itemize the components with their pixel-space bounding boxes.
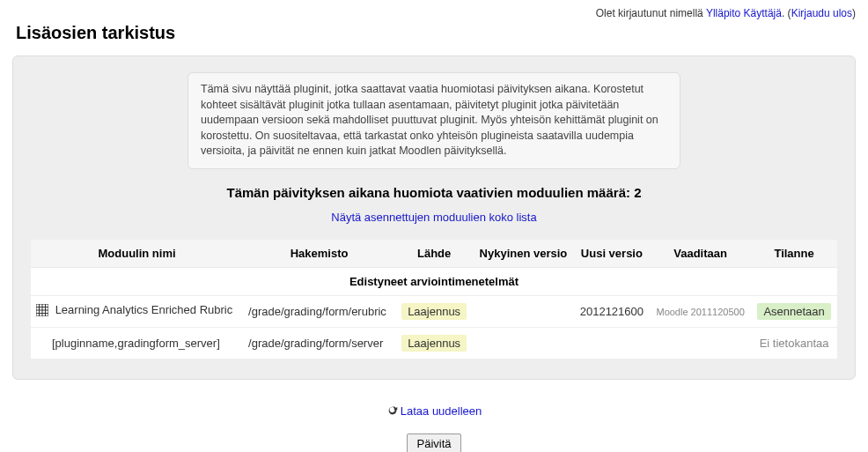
current-version [473,296,573,328]
main-panel: Tämä sivu näyttää pluginit, jotka saatta… [12,56,856,380]
module-dir: /grade/grading/form/erubric [243,296,395,328]
required-version: Moodle 2011120500 [656,307,744,317]
module-icon [36,304,48,319]
status-text: Ei tietokantaa [760,337,829,350]
section-header: Edistyneet arviointimenetelmät [31,268,837,296]
new-version [574,328,650,359]
current-version [473,328,573,359]
col-new: Uusi versio [574,240,650,268]
source-badge: Laajennus [401,335,467,352]
status-badge: Asennetaan [757,303,830,320]
col-current: Nykyinen versio [473,240,573,268]
info-box: Tämä sivu näyttää pluginit, jotka saatta… [188,72,680,169]
col-name: Moduulin nimi [31,240,243,268]
login-prefix: Olet kirjautunut nimellä [596,7,706,19]
reload-link[interactable]: Lataa uudelleen [386,404,482,418]
show-full-list-link[interactable]: Näytä asennettujen moduulien koko lista [331,211,536,224]
source-badge: Laajennus [401,303,467,320]
col-status: Tilanne [751,240,837,268]
footer-actions: Lataa uudelleen Päivitä [0,380,868,453]
attention-count-heading: Tämän päivityksen aikana huomiota vaativ… [31,185,837,200]
col-required: Vaaditaan [650,240,751,268]
table-row: Learning Analytics Enriched Rubric /grad… [31,296,837,328]
new-version: 2012121600 [574,296,650,328]
plugins-table: Moduulin nimi Hakemisto Lähde Nykyinen v… [31,240,837,359]
update-button[interactable]: Päivitä [407,433,460,452]
table-row: [pluginname,gradingform_server] /grade/g… [31,328,837,359]
module-dir: /grade/grading/form/server [243,328,395,359]
col-dir: Hakemisto [243,240,395,268]
col-source: Lähde [395,240,473,268]
login-info: Olet kirjautunut nimellä Ylläpito Käyttä… [0,0,868,23]
page-title: Lisäosien tarkistus [0,23,868,56]
logout-link[interactable]: Kirjaudu ulos [791,7,852,19]
username-link[interactable]: Ylläpito Käyttäjä [706,7,782,19]
reload-icon [386,404,399,419]
module-name: Learning Analytics Enriched Rubric [55,303,233,316]
reload-label: Lataa uudelleen [401,404,482,418]
module-name: [pluginname,gradingform_server] [36,337,220,350]
